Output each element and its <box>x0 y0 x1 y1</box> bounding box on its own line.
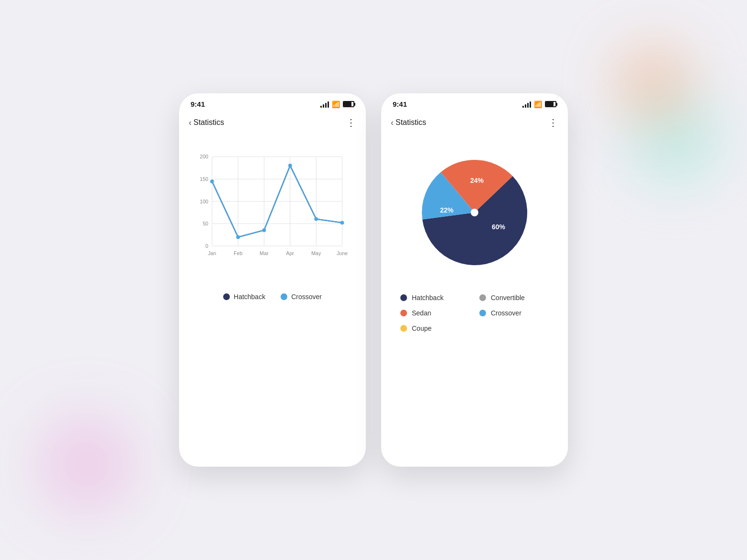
pie-legend-dot-coupe <box>400 325 407 332</box>
pie-legend-item-coupe: Coupe <box>400 325 470 332</box>
pie-chart-legend: Hatchback Convertible Sedan Crossover Co… <box>391 294 558 332</box>
phone-left: 9:41 📶 ‹ Statistics ⋮ <box>179 93 366 467</box>
pie-chart-svg: 24% 60% 22% <box>412 150 537 275</box>
app-header-right: ‹ Statistics ⋮ <box>381 112 568 136</box>
app-header-left: ‹ Statistics ⋮ <box>179 112 366 136</box>
pie-legend-dot-crossover <box>479 310 486 316</box>
status-time-left: 9:41 <box>191 100 205 108</box>
pie-legend-label-sedan: Sedan <box>412 309 431 317</box>
status-icons-left: 📶 <box>320 101 354 108</box>
pie-center-dot <box>471 209 478 216</box>
more-button-right[interactable]: ⋮ <box>548 117 558 128</box>
pie-legend-label-hatchback: Hatchback <box>412 294 443 302</box>
legend-label-hatchback: Hatchback <box>234 293 265 301</box>
wifi-icon-left: 📶 <box>332 101 340 108</box>
pie-label-sedan: 24% <box>470 177 484 184</box>
chart-dot-apr <box>288 164 292 168</box>
svg-text:June: June <box>337 250 348 256</box>
pie-legend-dot-sedan <box>400 310 407 316</box>
decorative-blob-orange <box>618 48 690 120</box>
svg-text:100: 100 <box>200 199 208 204</box>
line-chart-container: 200 150 100 50 0 Jan Feb Mar Apr May Jun… <box>189 141 356 281</box>
chart-dot-feb <box>236 235 240 239</box>
header-title-left: Statistics <box>193 118 224 127</box>
signal-icon-left <box>320 101 329 108</box>
legend-label-crossover: Crossover <box>291 293 322 301</box>
pie-area: 24% 60% 22% Hatchback <box>381 136 568 467</box>
pie-chart-container: 24% 60% 22% <box>412 150 537 275</box>
svg-text:May: May <box>311 250 321 256</box>
signal-icon-right <box>522 101 531 108</box>
svg-text:Apr: Apr <box>286 250 294 256</box>
pie-legend-item-hatchback: Hatchback <box>400 294 470 302</box>
wifi-icon-right: 📶 <box>534 101 542 108</box>
status-bar-left: 9:41 📶 <box>179 93 366 112</box>
battery-icon-left <box>343 101 354 107</box>
pie-legend-item-crossover: Crossover <box>479 309 549 317</box>
svg-text:50: 50 <box>203 221 208 226</box>
status-time-right: 9:41 <box>393 100 407 108</box>
pie-legend-dot-convertible <box>479 294 486 301</box>
back-button-right[interactable]: ‹ Statistics <box>391 118 426 128</box>
legend-dot-hatchback <box>223 293 230 300</box>
pie-label-hatchback: 60% <box>492 223 506 231</box>
legend-item-crossover: Crossover <box>281 293 322 301</box>
legend-item-hatchback: Hatchback <box>223 293 265 301</box>
line-chart-legend: Hatchback Crossover <box>223 293 322 315</box>
svg-text:150: 150 <box>200 176 208 182</box>
pie-legend-item-convertible: Convertible <box>479 294 549 302</box>
chart-dot-may <box>314 217 318 221</box>
more-button-left[interactable]: ⋮ <box>346 117 356 128</box>
chart-dot-jan <box>210 179 214 183</box>
battery-icon-right <box>545 101 556 107</box>
status-bar-right: 9:41 📶 <box>381 93 568 112</box>
header-title-right: Statistics <box>396 118 426 127</box>
back-chevron-icon-left: ‹ <box>189 118 192 128</box>
phone-right: 9:41 📶 ‹ Statistics ⋮ <box>381 93 568 467</box>
svg-text:Jan: Jan <box>208 250 216 256</box>
legend-dot-crossover <box>281 293 287 300</box>
pie-legend-label-coupe: Coupe <box>412 325 431 332</box>
back-chevron-icon-right: ‹ <box>391 118 394 128</box>
back-button-left[interactable]: ‹ Statistics <box>189 118 224 128</box>
svg-text:Mar: Mar <box>260 250 269 256</box>
pie-label-crossover: 22% <box>440 206 454 214</box>
svg-text:Feb: Feb <box>234 250 242 256</box>
chart-dot-june <box>340 221 344 224</box>
pie-legend-label-crossover: Crossover <box>491 309 521 317</box>
decorative-blob-green <box>632 96 718 182</box>
svg-text:200: 200 <box>200 154 208 159</box>
line-chart-svg: 200 150 100 50 0 Jan Feb Mar Apr May Jun… <box>193 146 351 280</box>
status-icons-right: 📶 <box>522 101 556 108</box>
pie-legend-dot-hatchback <box>400 294 407 301</box>
decorative-blob-pink <box>38 416 134 512</box>
chart-area-left: 200 150 100 50 0 Jan Feb Mar Apr May Jun… <box>179 136 366 467</box>
svg-text:0: 0 <box>205 243 208 249</box>
pie-legend-item-sedan: Sedan <box>400 309 470 317</box>
chart-dot-mar <box>262 228 266 232</box>
pie-legend-label-convertible: Convertible <box>491 294 525 302</box>
